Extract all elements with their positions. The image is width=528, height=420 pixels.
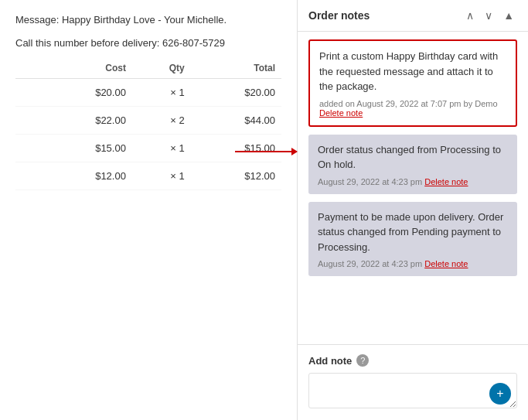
add-note-label: Add note [308,355,352,367]
row-total: $44.00 [191,107,281,135]
row-total: $12.00 [191,162,281,190]
left-panel: Message: Happy Birthday Love - Your Mich… [0,0,298,420]
scroll-down-button[interactable]: ∨ [482,8,496,23]
header-icons: ∧ ∨ ▲ [463,8,517,23]
note-card: Print a custom Happy Birthday card with … [308,39,517,127]
arrow-indicator [235,151,297,152]
note-text: Payment to be made upon delivery. Order … [318,210,508,255]
note-card: Payment to be made upon delivery. Order … [308,202,517,277]
row-item [15,107,42,135]
add-note-textarea[interactable] [308,373,517,408]
right-panel: Order notes ∧ ∨ ▲ Print a custom Happy B… [298,0,528,420]
note-textarea-wrapper: + [308,373,517,411]
row-qty: × 2 [132,107,191,135]
add-note-button[interactable]: + [489,383,511,405]
add-note-section: Add note ? + [298,344,528,420]
row-cost: $15.00 [42,135,132,162]
note-text: Print a custom Happy Birthday card with … [319,49,506,94]
note-text: Order status changed from Processing to … [318,142,508,172]
delete-note-link[interactable]: Delete note [424,177,468,186]
row-qty: × 1 [132,79,191,107]
scroll-up-button[interactable]: ∧ [463,8,477,23]
row-cost: $20.00 [42,79,132,107]
delete-note-link[interactable]: Delete note [319,108,363,118]
col-header-item [15,58,42,79]
row-total: $15.00 [191,135,281,162]
table-row: $15.00 × 1 $15.00 [15,135,281,162]
table-row: $20.00 × 1 $20.00 [15,79,281,107]
help-icon[interactable]: ? [356,354,369,367]
add-note-header: Add note ? [308,354,517,367]
panel-header: Order notes ∧ ∨ ▲ [298,0,528,32]
row-item [15,162,42,190]
notes-list: Print a custom Happy Birthday card with … [298,32,528,344]
panel-title: Order notes [308,9,370,22]
delete-note-link[interactable]: Delete note [424,259,468,268]
col-header-cost: Cost [42,58,132,79]
row-cost: $22.00 [42,107,132,135]
call-text: Call this number before delivery: 626-80… [15,36,281,51]
row-total: $20.00 [191,79,281,107]
note-meta: August 29, 2022 at 4:23 pm Delete note [318,259,508,268]
collapse-button[interactable]: ▲ [500,8,517,23]
order-table: Cost Qty Total $20.00 × 1 $20.00 $22.00 … [15,58,281,190]
table-row: $22.00 × 2 $44.00 [15,107,281,135]
row-qty: × 1 [132,162,191,190]
note-meta: added on August 29, 2022 at 7:07 pm by D… [319,99,506,118]
note-meta: August 29, 2022 at 4:23 pm Delete note [318,177,508,186]
col-header-total: Total [191,58,281,79]
row-item [15,135,42,162]
table-row: $12.00 × 1 $12.00 [15,162,281,190]
message-text: Message: Happy Birthday Love - Your Mich… [15,12,281,28]
row-qty: × 1 [132,135,191,162]
col-header-qty: Qty [132,58,191,79]
note-card: Order status changed from Processing to … [308,135,517,194]
row-item [15,79,42,107]
row-cost: $12.00 [42,162,132,190]
